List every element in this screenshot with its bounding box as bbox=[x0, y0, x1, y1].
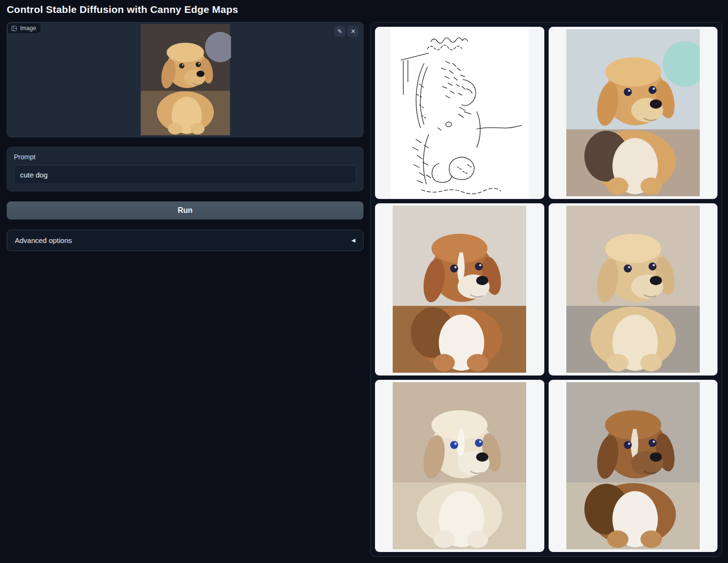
edit-image-button[interactable]: ✎ bbox=[334, 26, 345, 37]
gallery-item-generated-1[interactable] bbox=[549, 27, 718, 199]
advanced-options-accordion[interactable]: Advanced options ◀ bbox=[7, 230, 364, 251]
page-title: Control Stable Diffusion with Canny Edge… bbox=[7, 4, 722, 15]
gallery-item-generated-2[interactable] bbox=[375, 203, 544, 375]
generated-dog-image-5 bbox=[566, 382, 700, 549]
advanced-options-label: Advanced options bbox=[15, 236, 72, 244]
app: Control Stable Diffusion with Canny Edge… bbox=[0, 0, 728, 557]
prompt-label: Prompt bbox=[14, 153, 356, 161]
generated-dog-image-2 bbox=[393, 206, 526, 373]
prompt-input[interactable] bbox=[14, 165, 356, 184]
gallery-item-edge-map[interactable] bbox=[375, 27, 544, 199]
generated-dog-image-1 bbox=[566, 29, 700, 196]
gallery-item-generated-4[interactable] bbox=[375, 380, 544, 552]
image-toolbar: ✎ ✕ bbox=[334, 26, 359, 37]
clear-image-button[interactable]: ✕ bbox=[348, 26, 359, 37]
generated-dog-image-4 bbox=[393, 382, 526, 549]
image-icon bbox=[11, 25, 17, 32]
generated-dog-image-3 bbox=[566, 206, 700, 373]
pencil-icon: ✎ bbox=[337, 28, 342, 34]
canny-edge-map-image bbox=[375, 27, 544, 199]
image-block-label: Image bbox=[7, 22, 41, 34]
close-icon: ✕ bbox=[351, 28, 356, 34]
input-image-preview[interactable] bbox=[140, 22, 231, 137]
main-layout: Image ✎ ✕ Prompt Run Advanced options bbox=[7, 22, 722, 557]
prompt-panel: Prompt bbox=[7, 147, 364, 191]
input-image-photo bbox=[140, 24, 231, 135]
output-gallery bbox=[370, 22, 722, 557]
gallery-item-generated-5[interactable] bbox=[549, 380, 718, 552]
controls-column: Image ✎ ✕ Prompt Run Advanced options bbox=[7, 22, 364, 251]
run-button[interactable]: Run bbox=[7, 201, 364, 220]
input-image-block[interactable]: Image ✎ ✕ bbox=[7, 22, 364, 137]
gallery-item-generated-3[interactable] bbox=[549, 203, 718, 375]
image-block-label-text: Image bbox=[20, 25, 36, 32]
chevron-left-icon: ◀ bbox=[352, 237, 355, 243]
